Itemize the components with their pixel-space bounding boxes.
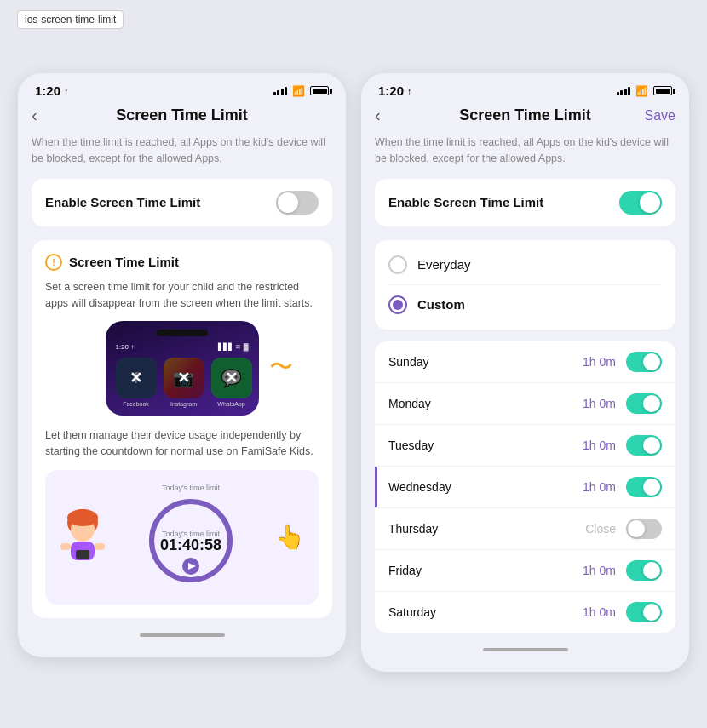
right-description: When the time limit is reached, all Apps… (375, 135, 675, 167)
table-row[interactable]: Thursday Close (375, 508, 675, 550)
timer-display: Today's time limit Today's time limit 01… (120, 484, 262, 591)
right-wifi-icon: 📶 (635, 85, 648, 97)
block-overlay: ✕ (211, 358, 252, 398)
options-card: Everyday Custom (375, 240, 675, 330)
list-item: 📷 ✕ Instagram (164, 358, 204, 407)
saturday-label: Saturday (388, 605, 583, 619)
sunday-toggle-knob (643, 353, 660, 370)
facebook-label: Facebook (116, 401, 157, 407)
right-toggle-switch[interactable] (619, 191, 662, 215)
monday-time: 1h 0m (583, 397, 616, 410)
custom-option[interactable]: Custom (375, 285, 675, 324)
wednesday-indicator (375, 467, 377, 507)
tuesday-toggle-knob (643, 437, 660, 454)
svg-text:01:40:58: 01:40:58 (160, 536, 221, 553)
thursday-label: Thursday (388, 522, 585, 536)
right-battery-icon (653, 86, 672, 95)
left-description: When the time limit is reached, all Apps… (32, 135, 332, 167)
whatsapp-icon: 💬 ✕ (211, 358, 252, 398)
wednesday-time: 1h 0m (583, 480, 616, 494)
wednesday-label: Wednesday (388, 480, 583, 494)
table-row[interactable]: Tuesday 1h 0m (375, 425, 675, 467)
right-toggle-label: Enable Screen Time Limit (388, 195, 543, 209)
left-info-card: ! Screen Time Limit Set a screen time li… (32, 240, 332, 618)
left-status-bar: 1:20 ↑ 📶 (18, 73, 346, 103)
left-home-indicator (140, 633, 225, 637)
scribble-decoration: 〜 (269, 351, 293, 383)
friday-label: Friday (388, 564, 583, 577)
phone-mockup-wrap: 1:20 ↑ ▋▋▋ ≋ ▓ f ✕ (45, 321, 319, 416)
right-status-icons: 📶 (617, 85, 673, 97)
table-row[interactable]: Wednesday 1h 0m (375, 467, 675, 508)
everyday-label: Everyday (417, 257, 471, 272)
days-card: Sunday 1h 0m Monday 1h 0m Tuesday 1h 0m (375, 341, 675, 633)
left-back-button[interactable]: ‹ (32, 106, 37, 125)
mockup-status: 1:20 ↑ ▋▋▋ ≋ ▓ (112, 343, 252, 351)
custom-radio[interactable] (388, 295, 407, 314)
avatar-svg (59, 506, 106, 565)
facebook-icon: f ✕ (116, 358, 157, 398)
left-status-time: 1:20 ↑ (35, 83, 69, 98)
right-home-indicator (483, 648, 568, 651)
thursday-toggle[interactable] (626, 519, 662, 539)
svg-rect-4 (60, 543, 71, 550)
svg-point-2 (67, 509, 98, 526)
table-row[interactable]: Sunday 1h 0m (375, 341, 675, 383)
left-nav-title: Screen Time Limit (116, 106, 248, 124)
timer-label: Today's time limit (120, 484, 262, 492)
kid-avatar (59, 506, 106, 569)
right-save-button[interactable]: Save (645, 108, 675, 123)
right-signal-icon (617, 87, 631, 95)
custom-label: Custom (417, 297, 465, 312)
everyday-option[interactable]: Everyday (375, 245, 675, 284)
left-phone-screen: 1:20 ↑ 📶 ‹ Screen Time Limit Wh (18, 73, 346, 657)
whatsapp-label: WhatsApp (211, 401, 252, 407)
right-toggle-row: Enable Screen Time Limit (375, 179, 675, 226)
table-row[interactable]: Saturday 1h 0m (375, 592, 675, 633)
custom-radio-fill (393, 300, 403, 310)
sunday-time: 1h 0m (583, 355, 616, 369)
monday-toggle[interactable] (626, 393, 662, 414)
table-row[interactable]: Friday 1h 0m (375, 550, 675, 592)
right-status-bar: 1:20 ↑ 📶 (361, 73, 689, 103)
everyday-radio[interactable] (388, 255, 407, 274)
svg-rect-5 (95, 543, 105, 550)
saturday-toggle[interactable] (626, 602, 662, 622)
right-location-arrow: ↑ (407, 86, 412, 96)
right-screen-content: When the time limit is reached, all Apps… (361, 135, 689, 633)
app-grid: f ✕ Facebook 📷 (112, 358, 252, 407)
svg-rect-6 (76, 550, 89, 559)
tuesday-toggle[interactable] (626, 435, 662, 456)
left-info-body1: Set a screen time limit for your child a… (45, 279, 319, 312)
block-overlay: ✕ (164, 358, 204, 398)
left-toggle-label: Enable Screen Time Limit (45, 195, 200, 209)
left-toggle-switch[interactable] (276, 191, 319, 215)
right-status-time: 1:20 ↑ (378, 83, 412, 98)
left-wifi-icon: 📶 (292, 85, 305, 97)
timer-circle-svg: Today's time limit 01:40:58 (144, 494, 238, 588)
left-status-icons: 📶 (273, 85, 330, 97)
tuesday-time: 1h 0m (583, 439, 616, 452)
clock-icon: ! (45, 254, 62, 271)
left-screen-content: When the time limit is reached, all Apps… (18, 135, 346, 618)
block-overlay: ✕ (116, 358, 157, 398)
hand-pointer: 👆 (275, 523, 305, 551)
right-back-button[interactable]: ‹ (375, 106, 381, 125)
thursday-toggle-knob (628, 520, 645, 537)
left-location-arrow: ↑ (64, 86, 69, 96)
instagram-label: Instagram (164, 401, 204, 407)
screens-container: 1:20 ↑ 📶 ‹ Screen Time Limit Wh (1, 39, 706, 689)
friday-toggle-knob (643, 562, 660, 579)
thursday-time: Close (585, 522, 616, 536)
sunday-toggle[interactable] (626, 352, 662, 372)
left-toggle-knob (278, 192, 298, 213)
saturday-toggle-knob (643, 604, 660, 621)
table-row[interactable]: Monday 1h 0m (375, 383, 675, 425)
sunday-label: Sunday (388, 355, 583, 369)
page-tag: ios-screen-time-limit (17, 10, 124, 29)
wednesday-toggle-knob (643, 479, 660, 496)
right-phone-screen: 1:20 ↑ 📶 ‹ Screen Time Limit Save (361, 73, 689, 672)
wednesday-toggle[interactable] (626, 477, 662, 497)
saturday-time: 1h 0m (583, 605, 616, 619)
friday-toggle[interactable] (626, 560, 662, 581)
